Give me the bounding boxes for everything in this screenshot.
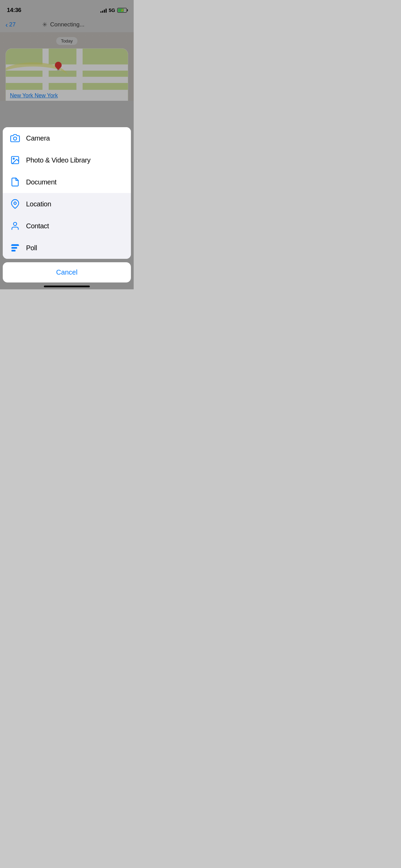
svg-rect-7: [12, 244, 19, 246]
cancel-button[interactable]: Cancel: [3, 262, 131, 282]
action-sheet: Camera Photo & Video Library Document: [3, 127, 131, 259]
contact-icon: [10, 220, 21, 231]
svg-point-0: [13, 137, 16, 140]
camera-icon: [10, 133, 21, 144]
action-item-contact[interactable]: Contact: [3, 215, 131, 237]
action-item-poll[interactable]: Poll: [3, 237, 131, 259]
poll-icon: [10, 242, 21, 253]
action-sheet-container: Camera Photo & Video Library Document: [0, 127, 134, 289]
cancel-label: Cancel: [56, 268, 77, 276]
photo-label: Photo & Video Library: [26, 156, 90, 164]
location-icon: [10, 198, 21, 209]
svg-point-2: [13, 158, 14, 159]
action-item-location[interactable]: Location: [3, 193, 131, 215]
svg-rect-8: [12, 247, 17, 249]
svg-rect-9: [12, 250, 16, 252]
document-label: Document: [26, 178, 57, 186]
svg-point-4: [13, 222, 16, 226]
camera-label: Camera: [26, 134, 50, 142]
contact-label: Contact: [26, 222, 49, 230]
poll-label: Poll: [26, 244, 37, 252]
action-item-document[interactable]: Document: [3, 171, 131, 193]
action-item-camera[interactable]: Camera: [3, 127, 131, 149]
document-icon: [10, 177, 21, 188]
svg-point-3: [14, 202, 16, 204]
home-indicator: [44, 286, 90, 287]
action-item-photo[interactable]: Photo & Video Library: [3, 149, 131, 171]
photo-library-icon: [10, 155, 21, 166]
location-label: Location: [26, 200, 51, 208]
